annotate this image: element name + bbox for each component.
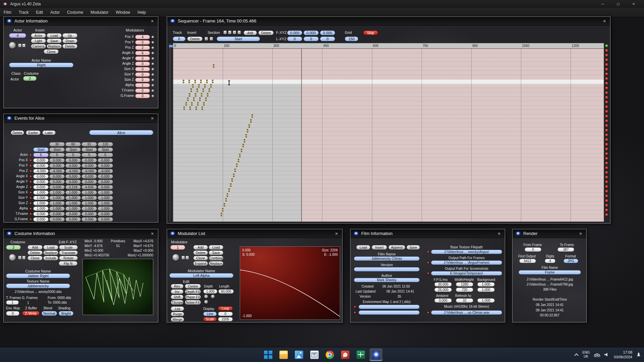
event-marker[interactable] — [239, 154, 240, 157]
event-marker[interactable] — [183, 80, 184, 83]
phase-knob[interactable] — [204, 294, 208, 299]
costume-number-field[interactable]: 2 — [6, 245, 21, 250]
events-delete-button[interactable]: Delete — [11, 130, 24, 135]
event-start-cell[interactable]: Start — [65, 147, 81, 152]
modulator-number-field[interactable]: 1 — [170, 245, 185, 250]
taskbar-slot-explorer[interactable] — [277, 348, 290, 361]
event-marker[interactable] — [243, 144, 244, 147]
event-marker[interactable] — [190, 107, 191, 110]
wifi-icon[interactable] — [594, 353, 600, 357]
event-value-cell[interactable]: -6.000 — [65, 169, 81, 173]
track-record-light[interactable] — [605, 180, 608, 183]
modulator-prev-button[interactable]: ‹ — [181, 256, 185, 259]
event-marker[interactable] — [203, 88, 204, 92]
costume-translate-button[interactable]: Translate — [59, 250, 78, 255]
event-value-cell[interactable]: 0.000 — [82, 164, 97, 168]
track-number-field[interactable]: 6 — [173, 37, 185, 41]
actor-insert-save-button[interactable]: Save — [47, 39, 62, 43]
actor-insert-camera-button[interactable]: Camera — [31, 44, 46, 49]
event-value-cell[interactable]: 0.000 — [49, 180, 65, 184]
envmap-field[interactable]: 0 — [6, 311, 19, 316]
event-value-cell[interactable]: 0.000 — [65, 164, 81, 168]
events-earlier-button[interactable]: Earlier — [26, 130, 41, 135]
track-record-light[interactable] — [605, 199, 608, 202]
event-marker[interactable] — [191, 102, 193, 106]
track-record-light[interactable] — [605, 157, 608, 160]
sequencer-titlebar[interactable]: Sequencer - Frame 164, Time 00:05.466 × — [167, 17, 610, 25]
modulator-count-field[interactable]: 0 — [135, 88, 150, 93]
track-record-light[interactable] — [605, 213, 608, 216]
modulator-count-field[interactable]: 6 — [135, 51, 150, 55]
timeline-ruler[interactable]: 015030045060075090010501200 — [173, 43, 604, 48]
envmap1-led[interactable] — [354, 306, 356, 308]
event-value-cell[interactable]: 0.000 — [82, 212, 97, 216]
format-toggle[interactable]: JPG — [564, 259, 578, 263]
modulator-count-field[interactable]: 0 — [135, 94, 150, 98]
section-prev-button[interactable]: ‹ — [228, 31, 231, 34]
clone-button[interactable]: Clone — [44, 49, 59, 54]
modulator-stepper[interactable] — [151, 84, 154, 87]
event-value-cell[interactable]: 1.000 — [65, 201, 81, 205]
track-record-light[interactable] — [605, 110, 608, 113]
event-value-cell[interactable]: 1.000 — [65, 190, 81, 195]
costume-number-field[interactable]: 2 — [23, 76, 37, 81]
costume-select-knob[interactable] — [9, 254, 16, 261]
bg1-field[interactable]: 1.000 — [477, 282, 495, 287]
frame-name-field[interactable]: Frame — [519, 270, 581, 275]
language-indicator[interactable]: ENG UK — [582, 351, 590, 359]
event-value-cell[interactable]: 1.000 — [82, 201, 97, 205]
track-record-light[interactable] — [605, 162, 608, 165]
shading-toggle[interactable]: Bright — [59, 311, 73, 316]
track-record-light[interactable] — [605, 124, 608, 127]
track-record-light[interactable] — [605, 105, 608, 108]
track-record-light[interactable] — [605, 54, 608, 57]
event-marker[interactable] — [221, 213, 222, 216]
event-marker[interactable] — [197, 102, 199, 106]
event-marker[interactable] — [204, 84, 206, 87]
maximize-button[interactable]: □ — [610, 0, 626, 8]
actor-insert-actor-button[interactable]: Actor — [31, 33, 46, 38]
costume-rotate-button[interactable]: Rotate — [59, 256, 78, 260]
track-record-light[interactable] — [605, 101, 608, 104]
track-record-light[interactable] — [605, 49, 608, 52]
track-record-light[interactable] — [605, 68, 608, 71]
envmap1-field[interactable] — [359, 305, 420, 309]
track-record-light[interactable] — [605, 129, 608, 132]
event-value-cell[interactable]: 5 — [82, 153, 97, 157]
modulator-stepper[interactable] — [151, 46, 154, 49]
section-add-button[interactable]: Add — [244, 31, 257, 35]
tscope-button[interactable]: TScope — [171, 300, 183, 305]
event-value-cell[interactable]: 5 — [65, 153, 81, 157]
event-value-cell[interactable]: 0.000 — [33, 217, 49, 222]
event-value-cell[interactable]: 0.000 — [82, 174, 97, 179]
film-append-button[interactable]: Append — [388, 245, 405, 250]
track-record-light[interactable] — [605, 115, 608, 118]
event-marker[interactable] — [205, 98, 207, 101]
actor-insert-delete-button[interactable]: Delete — [62, 44, 77, 49]
event-marker[interactable] — [225, 198, 227, 201]
lxyz-x-field[interactable]: 0 — [287, 37, 302, 41]
costume-clone-button[interactable]: Clone — [28, 256, 43, 260]
modulator-stepper[interactable] — [151, 52, 154, 55]
centre-button[interactable]: Centre — [185, 284, 201, 289]
section-start-field[interactable]: Start — [217, 37, 260, 41]
event-value-cell[interactable]: 0.000 — [49, 158, 65, 163]
taskbar-slot-mail[interactable] — [308, 348, 321, 361]
event-value-cell[interactable]: 0.000 — [49, 185, 65, 189]
event-value-cell[interactable]: 0.000 — [65, 158, 81, 163]
inv-button[interactable]: Inv — [171, 289, 183, 294]
track-record-light[interactable] — [605, 96, 608, 99]
bg2-field[interactable]: 1.000 — [477, 288, 495, 292]
event-value-cell[interactable]: -6.000 — [98, 169, 113, 173]
event-marker[interactable] — [244, 139, 245, 142]
version-field[interactable] — [354, 267, 420, 272]
event-marker[interactable] — [247, 129, 248, 132]
event-marker[interactable] — [227, 193, 228, 197]
width-field[interactable]: 1280 — [456, 282, 473, 287]
event-marker[interactable] — [200, 80, 202, 83]
event-marker[interactable] — [241, 149, 242, 152]
bg3-field[interactable]: 1.000 — [477, 298, 495, 303]
list-button[interactable]: List — [171, 306, 184, 311]
event-value-cell[interactable]: 1.000 — [65, 196, 81, 200]
event-value-cell[interactable]: 2.218 — [65, 185, 81, 189]
